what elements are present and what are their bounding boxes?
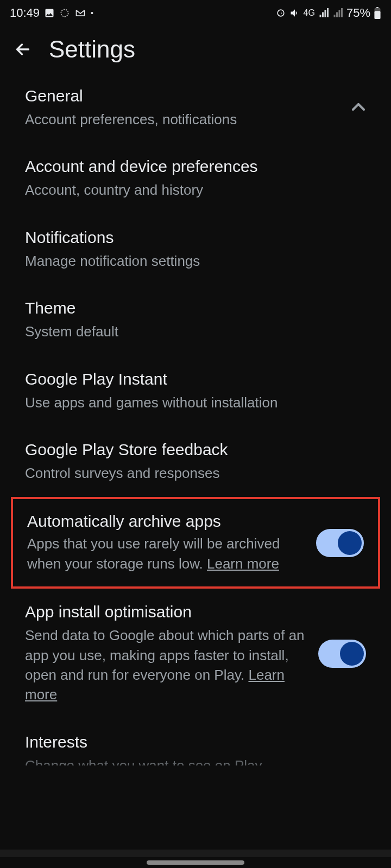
image-icon <box>44 8 55 18</box>
setting-install-optimisation[interactable]: App install optimisation Send data to Go… <box>0 589 391 719</box>
chevron-up-icon <box>348 96 369 120</box>
status-time: 10:49 <box>10 6 40 20</box>
row-subtitle: Change what you want to see on Play <box>25 756 366 765</box>
loading-icon <box>59 8 70 18</box>
toggle-knob <box>340 642 364 666</box>
svg-rect-2 <box>375 11 381 19</box>
install-optimisation-toggle[interactable] <box>318 640 366 668</box>
setting-play-instant[interactable]: Google Play Instant Use apps and games w… <box>0 356 391 426</box>
network-label: 4G <box>304 8 315 18</box>
row-subtitle: Use apps and games without installation <box>25 393 355 412</box>
back-button[interactable] <box>10 36 36 62</box>
bottom-divider <box>0 850 391 857</box>
battery-label: 75% <box>346 6 370 20</box>
nav-handle[interactable] <box>147 860 244 865</box>
row-title: Theme <box>25 299 355 317</box>
signal-icon <box>318 8 329 18</box>
row-title: Interests <box>25 733 366 751</box>
battery-icon <box>374 7 381 19</box>
setting-account-preferences[interactable]: Account and device preferences Account, … <box>0 143 391 214</box>
gmail-icon <box>74 8 86 18</box>
arrow-left-icon <box>13 40 33 59</box>
setting-play-feedback[interactable]: Google Play Store feedback Control surve… <box>0 426 391 497</box>
row-title: App install optimisation <box>25 603 307 621</box>
setting-theme[interactable]: Theme System default <box>0 285 391 355</box>
settings-list: General Account preferences, notificatio… <box>0 73 391 765</box>
row-title: Automatically archive apps <box>27 512 305 531</box>
setting-notifications[interactable]: Notifications Manage notification settin… <box>0 214 391 285</box>
app-bar: Settings <box>0 26 391 73</box>
status-right: 4G 75% <box>275 6 381 20</box>
alarm-icon <box>275 8 286 18</box>
status-left: 10:49 • <box>10 6 93 20</box>
toggle-knob <box>338 531 362 555</box>
setting-auto-archive[interactable]: Automatically archive apps Apps that you… <box>11 497 380 589</box>
setting-interests[interactable]: Interests Change what you want to see on… <box>0 719 391 765</box>
svg-point-0 <box>61 9 68 16</box>
signal-icon-2 <box>332 8 343 18</box>
dot-icon: • <box>91 9 93 17</box>
row-subtitle: Control surveys and responses <box>25 463 355 483</box>
learn-more-link[interactable]: Learn more <box>207 556 279 572</box>
status-bar: 10:49 • 4G 75% <box>0 0 391 26</box>
row-title: Account and device preferences <box>25 157 355 176</box>
row-subtitle: Manage notification settings <box>25 251 355 271</box>
mute-icon <box>289 8 300 18</box>
row-title: General <box>25 87 355 105</box>
row-title: Google Play Instant <box>25 370 355 388</box>
row-subtitle: Send data to Google about which parts of… <box>25 626 307 705</box>
row-subtitle: Apps that you use rarely will be archive… <box>27 534 305 573</box>
row-subtitle: System default <box>25 322 355 341</box>
setting-general[interactable]: General Account preferences, notificatio… <box>0 73 391 143</box>
row-subtitle: Account, country and history <box>25 180 355 200</box>
svg-rect-3 <box>376 7 379 8</box>
page-title: Settings <box>49 36 135 63</box>
row-title: Notifications <box>25 228 355 247</box>
auto-archive-toggle[interactable] <box>316 529 364 557</box>
row-subtitle: Account preferences, notifications <box>25 110 355 129</box>
row-title: Google Play Store feedback <box>25 441 355 459</box>
